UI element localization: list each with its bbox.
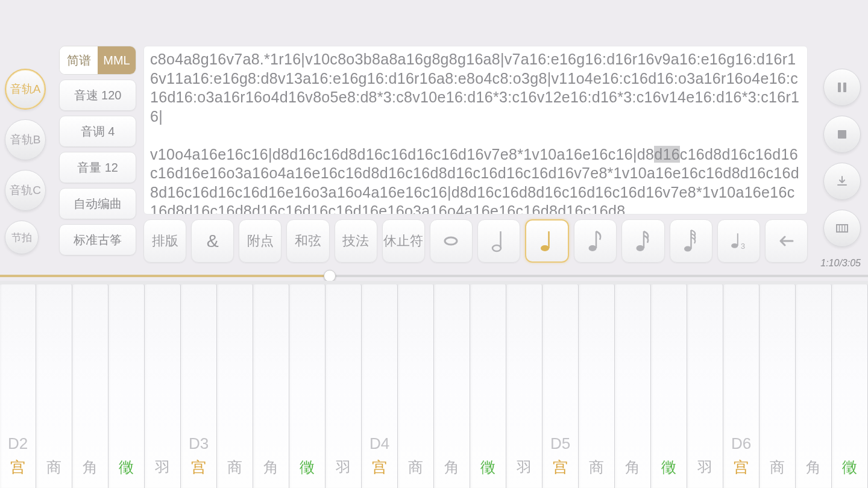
- half-note-icon: [490, 229, 508, 253]
- mml-tab[interactable]: MML: [98, 46, 136, 74]
- sixteenth-note-button[interactable]: [621, 219, 664, 263]
- whole-note-button[interactable]: [430, 219, 473, 263]
- track-c-button[interactable]: 音轨C: [5, 170, 46, 211]
- tie-button[interactable]: &: [191, 219, 234, 263]
- svg-point-7: [636, 245, 644, 251]
- string-key[interactable]: 角: [615, 284, 651, 488]
- thirtysecond-note-button[interactable]: [670, 219, 712, 263]
- mml-textarea[interactable]: c8o4a8g16v7a8.*1r16|v10c8o3b8a8a16g8g8g1…: [143, 46, 808, 214]
- string-key[interactable]: D3宫: [181, 284, 217, 488]
- download-icon: [835, 175, 849, 188]
- keyboard-icon: [835, 222, 849, 235]
- string-key[interactable]: 商: [398, 284, 434, 488]
- string-key[interactable]: 角: [434, 284, 470, 488]
- volume-button[interactable]: 音量 12: [59, 152, 136, 183]
- download-button[interactable]: [823, 163, 861, 200]
- tempo-button[interactable]: 音速 120: [59, 80, 136, 111]
- pentatonic-label: 徵: [119, 457, 134, 477]
- string-key[interactable]: 羽: [506, 284, 542, 488]
- mml-selection: d16: [654, 146, 680, 163]
- svg-point-0: [445, 237, 457, 245]
- chord-button[interactable]: 和弦: [286, 219, 329, 263]
- track-selector: 音轨A 音轨B 音轨C 节拍: [5, 69, 46, 254]
- string-key[interactable]: 羽: [687, 284, 723, 488]
- backspace-button[interactable]: [765, 219, 808, 263]
- mml-text-1: c8o4a8g16v7a8.*1r16|v10c8o3b8a8a16g8g8g1…: [150, 51, 799, 125]
- pentatonic-label: 角: [625, 457, 640, 477]
- string-key[interactable]: 徵: [651, 284, 687, 488]
- eighth-note-button[interactable]: [574, 219, 617, 263]
- pentatonic-label: 商: [770, 457, 785, 477]
- pentatonic-label: 宫: [191, 457, 206, 477]
- string-key[interactable]: 商: [36, 284, 72, 488]
- dotted-button[interactable]: 附点: [239, 219, 281, 263]
- svg-point-5: [588, 245, 596, 251]
- string-key[interactable]: D5宫: [542, 284, 579, 488]
- string-key[interactable]: 徵: [832, 284, 868, 488]
- string-key[interactable]: 羽: [145, 284, 181, 488]
- track-a-button[interactable]: 音轨A: [5, 69, 46, 110]
- format-button[interactable]: 排版: [143, 219, 186, 263]
- string-key[interactable]: 商: [579, 284, 615, 488]
- string-key[interactable]: 徵: [108, 284, 145, 488]
- pentatonic-label: 徵: [842, 457, 857, 477]
- pentatonic-label: 羽: [697, 457, 712, 477]
- octave-label: D5: [550, 434, 570, 453]
- playback-controls: [823, 69, 861, 247]
- notation-toggle[interactable]: 简谱 MML: [59, 46, 136, 75]
- pentatonic-label: 商: [589, 457, 604, 477]
- octave-label: D2: [8, 434, 28, 453]
- guzheng-keyboard: D2宫商角徵羽D3宫商角徵羽D4宫商角徵羽D5宫商角徵羽D6宫商角徵: [0, 281, 868, 488]
- pentatonic-label: 角: [806, 457, 821, 477]
- string-key[interactable]: 角: [72, 284, 108, 488]
- quarter-note-icon: [538, 229, 556, 253]
- string-key[interactable]: D2宫: [0, 284, 36, 488]
- track-b-button[interactable]: 音轨B: [5, 119, 46, 160]
- pentatonic-label: 宫: [10, 457, 25, 477]
- string-key[interactable]: D4宫: [362, 284, 398, 488]
- svg-rect-14: [838, 83, 841, 92]
- keyboard-button[interactable]: [823, 210, 861, 247]
- pentatonic-label: 羽: [517, 457, 532, 477]
- half-note-button[interactable]: [477, 219, 520, 263]
- tone-button[interactable]: 音调 4: [59, 116, 136, 147]
- pentatonic-label: 徵: [300, 457, 315, 477]
- string-key[interactable]: 徵: [470, 284, 506, 488]
- auto-arrange-button[interactable]: 自动编曲: [59, 188, 136, 219]
- rest-button[interactable]: 休止符: [382, 219, 425, 263]
- svg-point-9: [684, 246, 691, 252]
- triplet-button[interactable]: 3: [717, 219, 760, 263]
- string-key[interactable]: D6宫: [723, 284, 760, 488]
- pentatonic-label: 角: [263, 457, 278, 477]
- pause-button[interactable]: [823, 69, 861, 106]
- triplet-icon: 3: [729, 229, 747, 253]
- instrument-button[interactable]: 标准古筝: [59, 224, 136, 255]
- octave-label: D4: [370, 434, 389, 453]
- pentatonic-label: 徵: [480, 457, 495, 477]
- pentatonic-label: 商: [46, 457, 61, 477]
- editor-panel: 音轨A 音轨B 音轨C 节拍 简谱 MML 音速 120 音调 4 音量 12 …: [0, 43, 868, 265]
- progress-fill: [0, 275, 330, 277]
- settings-column: 简谱 MML 音速 120 音调 4 音量 12 自动编曲 标准古筝: [59, 46, 136, 255]
- string-key[interactable]: 角: [253, 284, 289, 488]
- technique-button[interactable]: 技法: [335, 219, 377, 263]
- string-key[interactable]: 商: [760, 284, 796, 488]
- backspace-icon: [777, 229, 795, 253]
- note-toolbar: 排版 & 附点 和弦 技法 休止符 3: [143, 219, 808, 263]
- string-key[interactable]: 角: [796, 284, 832, 488]
- progress-thumb[interactable]: [324, 270, 336, 282]
- svg-point-3: [541, 245, 549, 251]
- pentatonic-label: 宫: [553, 457, 568, 477]
- progress-bar[interactable]: [0, 275, 868, 277]
- stop-button[interactable]: [823, 116, 861, 153]
- pentatonic-label: 徵: [661, 457, 676, 477]
- string-key[interactable]: 羽: [326, 284, 362, 488]
- svg-point-11: [731, 243, 738, 248]
- pentatonic-label: 商: [408, 457, 423, 477]
- beat-button[interactable]: 节拍: [5, 221, 39, 254]
- string-key[interactable]: 商: [217, 284, 253, 488]
- jianpu-tab[interactable]: 简谱: [60, 46, 98, 74]
- pentatonic-label: 羽: [336, 457, 351, 477]
- quarter-note-button[interactable]: [525, 219, 569, 263]
- string-key[interactable]: 徵: [289, 284, 326, 488]
